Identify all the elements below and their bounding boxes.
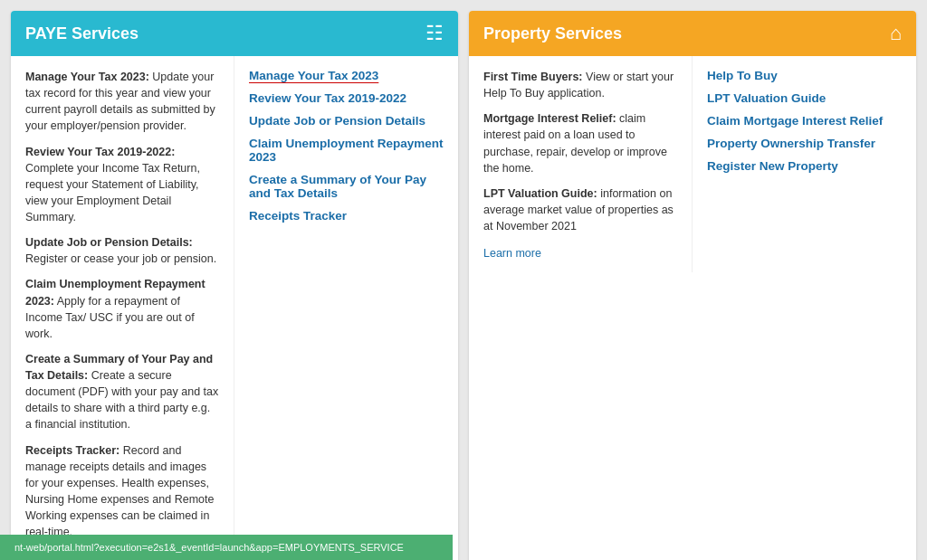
paye-icon: ☷ xyxy=(425,22,444,45)
status-url: nt-web/portal.html?execution=e2s1&_event… xyxy=(14,542,404,553)
paye-link-update-job[interactable]: Update Job or Pension Details xyxy=(249,114,425,128)
paye-desc-3-text: Register or cease your job or pension. xyxy=(25,252,216,265)
property-desc-1-title: First Time Buyers: xyxy=(483,71,583,83)
paye-link-item-1: Manage Your Tax 2023 xyxy=(249,69,444,82)
paye-desc-1: Manage Your Tax 2023: Update your tax re… xyxy=(25,69,219,135)
paye-title: PAYE Services xyxy=(25,24,139,43)
property-desc-2: Mortgage Interest Relief: claim interest… xyxy=(483,110,677,176)
property-desc-3-title: LPT Valuation Guide: xyxy=(483,187,597,200)
paye-desc-5: Create a Summary of Your Pay and Tax Det… xyxy=(25,351,219,433)
paye-desc-3: Update Job or Pension Details: Register … xyxy=(25,234,219,267)
paye-desc-3-title: Update Job or Pension Details: xyxy=(25,236,193,249)
property-desc-1: First Time Buyers: View or start your He… xyxy=(483,69,677,101)
paye-desc-2: Review Your Tax 2019-2022: Complete your… xyxy=(25,144,219,226)
paye-header: PAYE Services ☷ xyxy=(11,11,458,56)
property-link-mortgage[interactable]: Claim Mortgage Interest Relief xyxy=(707,114,883,128)
paye-card: PAYE Services ☷ Manage Your Tax 2023: Up… xyxy=(11,11,458,560)
paye-right: Manage Your Tax 2023 Review Your Tax 201… xyxy=(234,56,458,560)
property-link-list: Help To Buy LPT Valuation Guide Claim Mo… xyxy=(707,69,902,173)
property-title: Property Services xyxy=(483,24,622,43)
paye-link-item-5: Create a Summary of Your Pay and Tax Det… xyxy=(249,173,444,200)
paye-link-item-2: Review Your Tax 2019-2022 xyxy=(249,91,444,105)
property-link-ownership-transfer[interactable]: Property Ownership Transfer xyxy=(707,137,875,150)
property-link-item-2: LPT Valuation Guide xyxy=(707,91,902,105)
paye-link-create-summary[interactable]: Create a Summary of Your Pay and Tax Det… xyxy=(249,173,426,200)
paye-link-item-6: Receipts Tracker xyxy=(249,209,444,223)
paye-desc-2-title: Review Your Tax 2019-2022: xyxy=(25,146,175,158)
paye-link-review-2019[interactable]: Review Your Tax 2019-2022 xyxy=(249,91,406,105)
paye-desc-2-text: Complete your Income Tax Return, request… xyxy=(25,162,200,223)
property-desc-3: LPT Valuation Guide: information on aver… xyxy=(483,185,677,234)
paye-link-item-3: Update Job or Pension Details xyxy=(249,114,444,128)
paye-body: Manage Your Tax 2023: Update your tax re… xyxy=(11,56,458,560)
property-learn-more[interactable]: Learn more xyxy=(483,247,541,260)
paye-link-manage-2023[interactable]: Manage Your Tax 2023 xyxy=(249,69,378,82)
property-link-item-4: Property Ownership Transfer xyxy=(707,137,902,150)
paye-desc-4: Claim Unemployment Repayment 2023: Apply… xyxy=(25,276,219,342)
paye-link-item-4: Claim Unemployment Repayment 2023 xyxy=(249,137,444,164)
paye-desc-1-title: Manage Your Tax 2023: xyxy=(25,71,149,83)
property-link-help-to-buy[interactable]: Help To Buy xyxy=(707,69,778,82)
property-desc-2-title: Mortgage Interest Relief: xyxy=(483,112,616,125)
paye-link-receipts[interactable]: Receipts Tracker xyxy=(249,209,347,223)
property-link-register-new[interactable]: Register New Property xyxy=(707,159,838,173)
property-card: Property Services ⌂ First Time Buyers: V… xyxy=(469,11,916,560)
paye-link-claim-unemployment[interactable]: Claim Unemployment Repayment 2023 xyxy=(249,137,444,164)
property-link-item-5: Register New Property xyxy=(707,159,902,173)
property-header: Property Services ⌂ xyxy=(469,11,916,56)
paye-desc-6: Receipts Tracker: Record and manage rece… xyxy=(25,442,219,541)
property-icon: ⌂ xyxy=(890,22,902,45)
property-body: First Time Buyers: View or start your He… xyxy=(469,56,916,272)
paye-desc-6-title: Receipts Tracker: xyxy=(25,444,119,457)
property-link-lpt-valuation[interactable]: LPT Valuation Guide xyxy=(707,91,826,105)
paye-link-list: Manage Your Tax 2023 Review Your Tax 201… xyxy=(249,69,444,223)
property-link-item-3: Claim Mortgage Interest Relief xyxy=(707,114,902,128)
status-bar: nt-web/portal.html?execution=e2s1&_event… xyxy=(0,535,453,560)
property-left: First Time Buyers: View or start your He… xyxy=(469,56,693,272)
paye-left: Manage Your Tax 2023: Update your tax re… xyxy=(11,56,234,560)
property-link-item-1: Help To Buy xyxy=(707,69,902,82)
property-right: Help To Buy LPT Valuation Guide Claim Mo… xyxy=(693,56,916,272)
